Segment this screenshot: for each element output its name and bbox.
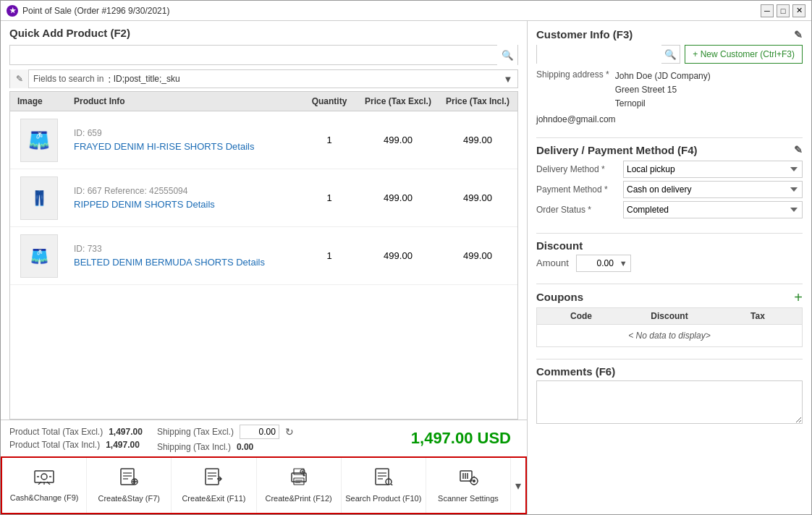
product-total-excl-value: 1,497.00 [109,427,143,437]
create-stay-label: Create&Stay (F7) [98,494,160,503]
product-search-input[interactable] [10,50,497,61]
payment-method-select[interactable]: Cash on delivery [623,181,803,198]
discount-amount-label: Amount [536,258,569,268]
product-search-button[interactable]: 🔍 [497,45,517,65]
product-total-excl-row: Product Total (Tax Excl.) 1,497.00 [9,427,143,437]
product-info-cell: ID: 667 Reference: 42555094 RIPPED DENIM… [68,180,300,216]
footer-totals: Product Total (Tax Excl.) 1,497.00 Produ… [1,420,527,456]
product-search-bar: 🔍 [9,45,518,65]
product-table-header: Image Product Info Quantity Price (Tax E… [10,92,517,111]
customer-address: John Doe (JD Company) Green Street 15 Te… [615,69,711,111]
title-bar: ★ Point of Sale (Order #1296 9/30/2021) … [1,1,811,21]
scanner-settings-button[interactable]: Scanner Settings [426,458,511,513]
create-exit-label: Create&Exit (F11) [182,494,245,503]
shipping-incl-label: Shipping (Tax Incl.) [157,442,231,452]
svg-point-35 [473,480,475,482]
shipping-address-row: Shipping address * John Doe (JD Company)… [536,69,803,111]
create-stay-button[interactable]: Create&Stay (F7) [87,458,172,513]
table-row: 🩳 ID: 659 FRAYED DENIM HI-RISE SHORTS De… [10,111,517,169]
payment-method-label: Payment Method * [536,184,623,195]
col-price-incl: Price (Tax Incl.) [438,95,517,108]
coupons-table: Code Discount Tax < No data to display> [536,307,803,347]
scanner-settings-label: Scanner Settings [438,494,499,503]
minimize-button[interactable]: ─ [761,4,774,17]
app-icon: ★ [7,5,18,17]
product-table: Image Product Info Quantity Price (Tax E… [9,91,518,420]
discount-dropdown-arrow[interactable]: ▼ [617,259,630,268]
customer-info-header: Customer Info (F3) ✎ [536,28,803,45]
fields-bar: ✎ Fields to search in: ID;post_title;_sk… [9,69,518,88]
delivery-method-row: Delivery Method * Local pickup [536,161,803,178]
coupons-header: Coupons + [536,290,803,305]
comments-section: Comments (F6) [536,365,803,426]
customer-search-button[interactable]: 🔍 [661,49,680,60]
delivery-method-select[interactable]: Local pickup [623,161,803,178]
new-customer-button[interactable]: + New Customer (Ctrl+F3) [685,45,803,64]
order-status-row: Order Status * Completed [536,201,803,218]
shipping-address-label: Shipping address * [536,69,609,80]
coupons-col-code: Code [537,308,625,324]
product-image-cell: 👖 [10,171,68,226]
customer-info-edit-icon[interactable]: ✎ [794,29,803,41]
col-price-excl: Price (Tax Excl.) [358,95,438,108]
fields-dropdown-button[interactable]: ▼ [499,69,517,88]
customer-search-row: 🔍 + New Customer (Ctrl+F3) [536,45,803,64]
table-row: 🩳 ID: 733 BELTED DENIM BERMUDA SHORTS De… [10,227,517,285]
main-content: Quick Add Product (F2) 🔍 ✎ Fields to sea… [1,21,811,514]
left-panel: Quick Add Product (F2) 🔍 ✎ Fields to sea… [1,21,528,514]
col-image: Image [10,95,68,108]
product-info-cell: ID: 733 BELTED DENIM BERMUDA SHORTS Deta… [68,238,300,273]
close-button[interactable]: ✕ [792,4,805,17]
customer-info-title: Customer Info (F3) [536,28,633,41]
discount-amount-input[interactable] [577,258,617,268]
delivery-payment-edit-icon[interactable]: ✎ [794,144,803,156]
delivery-payment-title: Delivery / Payment Method (F4) [536,144,698,156]
customer-name: John Doe (JD Company) [615,69,711,83]
coupons-section: Coupons + Code Discount Tax < No data to… [536,290,803,347]
customer-info-section: Customer Info (F3) ✎ 🔍 + New Customer (C… [536,28,803,124]
discount-row: Amount ▼ [536,255,803,272]
create-exit-icon [204,468,223,490]
shipping-excl-input[interactable] [240,425,279,439]
window-title: Point of Sale (Order #1296 9/30/2021) [22,6,761,16]
product-id: ID: 733 [74,244,295,254]
fields-icon: ✎ [10,69,29,88]
product-price-excl: 499.00 [358,244,438,267]
product-price-excl: 499.00 [358,187,438,209]
customer-search-input[interactable] [537,45,661,64]
product-total-incl-value: 1,497.00 [106,440,140,450]
customer-address-line2: Ternopil [615,97,711,111]
cash-change-button[interactable]: Cash&Change (F9) [2,458,87,513]
divider-2 [536,233,803,234]
product-id: ID: 659 [74,128,295,138]
add-coupon-button[interactable]: + [794,290,803,305]
product-price-excl: 499.00 [358,129,438,151]
svg-rect-24 [376,469,389,485]
window-controls: ─ □ ✕ [761,4,805,17]
create-print-button[interactable]: Create&Print (F12) [257,458,342,513]
maximize-button[interactable]: □ [777,4,790,17]
table-row: 👖 ID: 667 Reference: 42555094 RIPPED DEN… [10,169,517,227]
product-price-incl: 499.00 [438,244,517,267]
search-product-button[interactable]: Search Product (F10) [342,458,426,513]
order-status-select[interactable]: Completed [623,201,803,218]
svg-point-20 [303,474,305,477]
svg-point-1 [41,474,47,480]
product-info-cell: ID: 659 FRAYED DENIM HI-RISE SHORTS Deta… [68,122,300,158]
product-image: 🩳 [20,234,58,278]
right-panel: Customer Info (F3) ✎ 🔍 + New Customer (C… [528,21,811,514]
coupons-empty-message: < No data to display> [537,325,802,346]
create-exit-button[interactable]: Create&Exit (F11) [172,458,256,513]
product-name-link[interactable]: FRAYED DENIM HI-RISE SHORTS Details [74,141,295,152]
search-product-icon [374,468,393,490]
more-actions-button[interactable]: ▾ [511,458,525,513]
discount-title: Discount [536,239,803,252]
refresh-button[interactable]: ↻ [285,426,294,438]
product-qty: 1 [300,129,358,151]
product-name-link[interactable]: BELTED DENIM BERMUDA SHORTS Details [74,257,295,268]
comments-textarea[interactable] [536,380,803,424]
delivery-payment-header: Delivery / Payment Method (F4) ✎ [536,144,803,161]
shipping-totals: Shipping (Tax Excl.) ↻ Shipping (Tax Inc… [157,425,294,452]
product-name-link[interactable]: RIPPED DENIM SHORTS Details [74,199,295,210]
create-print-label: Create&Print (F12) [265,494,331,503]
